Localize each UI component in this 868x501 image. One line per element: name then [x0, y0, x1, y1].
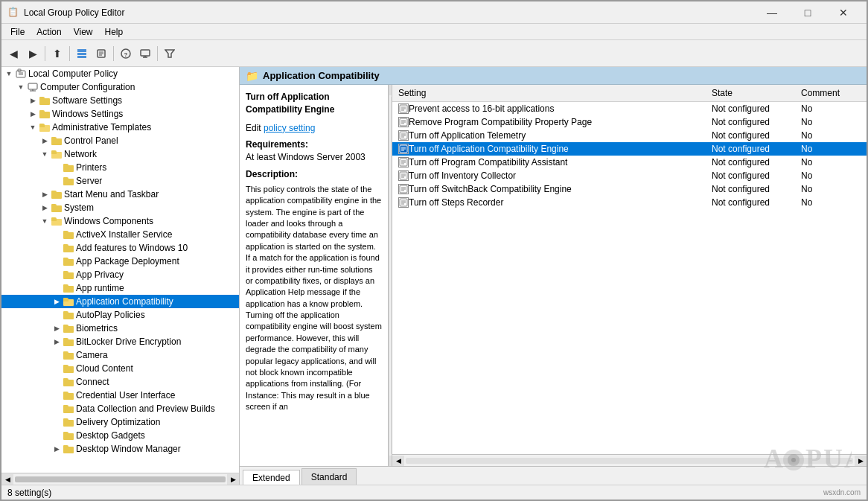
bitlocker-expander: ▶	[51, 336, 63, 348]
computer-button[interactable]	[136, 45, 154, 63]
tree-activex[interactable]: ▶ ActiveX Installer Service	[1, 228, 239, 241]
tree-desktop-gadgets[interactable]: ▶ Desktop Gadgets	[1, 429, 239, 442]
connect-expander: ▶	[51, 376, 63, 388]
help-button[interactable]: ?	[117, 45, 135, 63]
settings-row-5[interactable]: Turn off Program Compatibility Assistant…	[392, 156, 867, 169]
row-2-name: Remove Program Compatibility Property Pa…	[409, 117, 712, 127]
tree-start-menu[interactable]: ▶ Start Menu and Taskbar	[1, 188, 239, 201]
tree-connect[interactable]: ▶ Connect	[1, 375, 239, 389]
tree-camera[interactable]: ▶ Camera	[1, 348, 239, 362]
menu-action[interactable]: Action	[31, 25, 67, 39]
delivery-opt-expander: ▶	[51, 416, 63, 428]
tree-biometrics[interactable]: ▶ Biometrics	[1, 322, 239, 335]
close-button[interactable]: ✕	[826, 1, 861, 24]
cloud-content-expander: ▶	[51, 363, 63, 374]
row-4-name: Turn off Application Compatibility Engin…	[409, 144, 712, 154]
software-settings-icon	[39, 95, 51, 106]
row-7-state: Not configured	[712, 184, 801, 194]
settings-row-1[interactable]: Prevent access to 16-bit applications No…	[392, 102, 867, 115]
up-button[interactable]: ⬆	[48, 45, 66, 63]
detail-edit-prefix: Edit	[246, 123, 264, 133]
tree-data-collection[interactable]: ▶ Data Collection and Preview Builds	[1, 402, 239, 415]
settings-row-8[interactable]: Turn off Steps Recorder Not configured N…	[392, 196, 867, 209]
tree-credential-ui[interactable]: ▶ Credential User Interface	[1, 389, 239, 402]
app-package-icon	[63, 255, 74, 267]
tree-cloud-content[interactable]: ▶ Cloud Content	[1, 362, 239, 375]
minimize-button[interactable]: —	[755, 1, 789, 24]
tree-app-privacy[interactable]: ▶ App Privacy	[1, 268, 239, 281]
desktop-gadgets-expander: ▶	[51, 430, 63, 441]
svg-rect-1	[77, 53, 86, 55]
tree-windows-settings[interactable]: ▶ Windows Settings	[1, 107, 239, 121]
window-controls: — □ ✕	[755, 1, 861, 24]
policy-icon-1	[398, 103, 409, 114]
tree-root[interactable]: ▼ Local Computer Policy	[1, 67, 239, 80]
properties-button[interactable]	[92, 45, 110, 63]
settings-list[interactable]: Prevent access to 16-bit applications No…	[392, 102, 867, 454]
row-5-name: Turn off Program Compatibility Assistant	[409, 157, 712, 167]
windows-settings-expander: ▶	[27, 108, 39, 120]
detail-description-section: Description: This policy controls the st…	[246, 168, 382, 413]
detail-pane: Turn off Application Compatibility Engin…	[240, 85, 389, 466]
forward-button[interactable]: ▶	[24, 45, 42, 63]
policy-icon-4	[398, 144, 409, 154]
delivery-opt-label: Delivery Optimization	[76, 417, 160, 427]
tree-delivery-opt[interactable]: ▶ Delivery Optimization	[1, 415, 239, 429]
system-expander: ▶	[39, 202, 51, 214]
settings-row-7[interactable]: Turn off SwitchBack Compatibility Engine…	[392, 182, 867, 196]
back-button[interactable]: ◀	[4, 45, 22, 63]
settings-scroll-right[interactable]: ▶	[855, 456, 867, 466]
detail-edit-section: Edit policy setting	[246, 122, 382, 135]
settings-row-4[interactable]: Turn off Application Compatibility Engin…	[392, 142, 867, 156]
windows-components-label: Windows Components	[64, 216, 153, 226]
tree-computer-config[interactable]: ▼ Computer Configuration	[1, 80, 239, 94]
menu-view[interactable]: View	[68, 25, 99, 39]
tab-extended[interactable]: Extended	[243, 470, 300, 485]
tree-admin-templates[interactable]: ▼ Administrative Templates	[1, 121, 239, 134]
autoplay-expander: ▶	[51, 309, 63, 321]
filter-button[interactable]	[161, 45, 179, 63]
tree-network[interactable]: ▼ Network	[1, 147, 239, 161]
detail-edit-link[interactable]: policy setting	[264, 123, 315, 133]
tree-scroll-right[interactable]: ▶	[227, 474, 239, 485]
row-2-comment: No	[801, 117, 861, 127]
row-8-name: Turn off Steps Recorder	[409, 197, 712, 208]
tree-desktop-window-mgr[interactable]: ▶ Desktop Window Manager	[1, 442, 239, 456]
policy-icon-3	[398, 130, 409, 141]
menu-file[interactable]: File	[4, 25, 31, 39]
menu-help[interactable]: Help	[99, 25, 130, 39]
maximize-button[interactable]: □	[791, 1, 825, 24]
tree-scroll[interactable]: ▼ Local Computer Policy ▼ Computer Confi…	[1, 67, 239, 473]
row-3-state: Not configured	[712, 130, 801, 141]
tree-system[interactable]: ▶ System	[1, 201, 239, 214]
settings-h-scrollbar[interactable]: ◀ ▶	[392, 454, 867, 466]
tree-printers[interactable]: ▶ Printers	[1, 161, 239, 174]
show-hide-button[interactable]	[73, 45, 91, 63]
section-header: 📁 Application Compatibility	[240, 67, 867, 85]
tree-windows-components[interactable]: ▼ Windows Components	[1, 214, 239, 228]
tree-server[interactable]: ▶ Server	[1, 174, 239, 188]
settings-row-3[interactable]: Turn off Application Telemetry Not confi…	[392, 129, 867, 142]
settings-row-2[interactable]: Remove Program Compatibility Property Pa…	[392, 115, 867, 129]
settings-row-6[interactable]: Turn off Inventory Collector Not configu…	[392, 169, 867, 182]
tree-add-features[interactable]: ▶ Add features to Windows 10	[1, 241, 239, 255]
control-panel-expander: ▶	[39, 135, 51, 147]
row-5-state: Not configured	[712, 157, 801, 167]
app-package-label: App Package Deployment	[76, 256, 179, 267]
tree-scroll-left[interactable]: ◀	[1, 474, 13, 485]
camera-label: Camera	[76, 350, 108, 360]
tree-h-scrollbar[interactable]: ◀ ▶	[1, 473, 239, 485]
row-1-state: Not configured	[712, 103, 801, 114]
tree-bitlocker[interactable]: ▶ BitLocker Drive Encryption	[1, 335, 239, 348]
tree-control-panel[interactable]: ▶ Control Panel	[1, 134, 239, 147]
policy-icon-2	[398, 117, 409, 127]
connect-icon	[63, 376, 74, 388]
settings-scroll-left[interactable]: ◀	[392, 456, 404, 466]
tree-app-runtime[interactable]: ▶ App runtime	[1, 281, 239, 295]
tree-app-package[interactable]: ▶ App Package Deployment	[1, 255, 239, 268]
tab-standard[interactable]: Standard	[301, 468, 357, 485]
tree-app-compat[interactable]: ▶ Application Compatibility	[1, 295, 239, 308]
tree-software-settings[interactable]: ▶ Software Settings	[1, 94, 239, 107]
row-5-comment: No	[801, 157, 861, 167]
tree-autoplay[interactable]: ▶ AutoPlay Policies	[1, 308, 239, 322]
